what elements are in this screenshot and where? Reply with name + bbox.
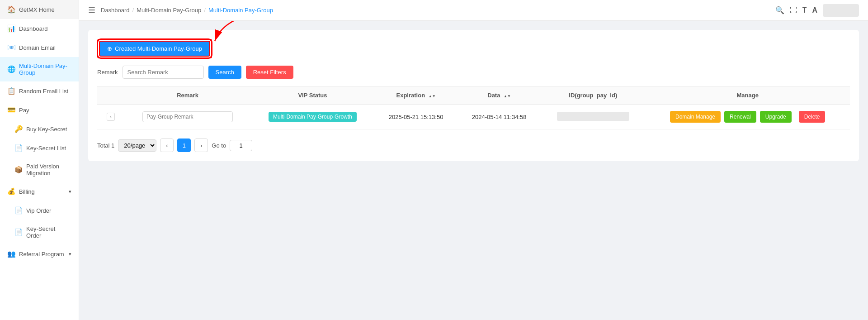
pagination: Total 1 20/page ‹ 1 › Go to (97, 139, 850, 152)
search-button[interactable]: Search (208, 66, 241, 79)
vip-status-badge: Multi-Domain Pay-Group-Growth (269, 112, 357, 122)
breadcrumb-sep-2: / (204, 7, 206, 14)
sidebar-item-key-secret-list[interactable]: 📄 Key-Secret List (0, 139, 79, 158)
sidebar-item-pay[interactable]: 💳 Pay (0, 100, 79, 119)
delete-button[interactable]: Delete (799, 111, 826, 123)
hamburger-icon[interactable]: ☰ (88, 5, 95, 15)
page-1-button[interactable]: 1 (177, 139, 191, 152)
total-info: Total 1 (97, 142, 114, 149)
expand-row-button[interactable]: › (107, 113, 115, 121)
header: ☰ Dashboard / Multi-Domain Pay-Group / M… (79, 0, 868, 21)
content-area: ⊕ Created Multi-Domain Pay-Group Rema (79, 21, 868, 320)
table-header-row: Remark VIP Status Expiration ▲▼ Data ▲▼ … (97, 86, 850, 105)
sidebar-item-getmx-home[interactable]: 🏠 GetMX Home (0, 0, 79, 19)
email-icon: 📧 (7, 43, 15, 52)
remark-input[interactable] (142, 111, 233, 122)
row-manage-cell: Domain Manage Renewal Upgrade Delete (645, 105, 850, 129)
breadcrumb: Dashboard / Multi-Domain Pay-Group / Mul… (101, 7, 273, 14)
referral-icon: 👥 (7, 250, 15, 258)
remark-search-input[interactable] (123, 66, 204, 79)
row-id-cell (541, 105, 645, 129)
col-manage: Manage (645, 86, 850, 105)
billing-icon: 💰 (7, 187, 15, 196)
upgrade-button[interactable]: Upgrade (760, 111, 792, 123)
col-expand (97, 86, 124, 105)
chevron-down-icon-2: ▾ (69, 251, 71, 257)
row-expand-cell: › (97, 105, 124, 129)
globe-icon: 🌐 (7, 65, 15, 73)
main-content: ☰ Dashboard / Multi-Domain Pay-Group / M… (79, 0, 868, 320)
domain-manage-button[interactable]: Domain Manage (670, 111, 721, 123)
col-vip-status: VIP Status (251, 86, 374, 105)
renewal-button[interactable]: Renewal (724, 111, 756, 123)
next-page-button[interactable]: › (194, 139, 208, 152)
sidebar-item-dashboard[interactable]: 📊 Dashboard (0, 19, 79, 38)
remark-label: Remark (97, 69, 118, 76)
row-remark-cell (124, 105, 251, 129)
row-expiration-cell: 2025-05-21 15:13:50 (374, 105, 458, 129)
order-icon: 📄 (14, 206, 23, 215)
accessibility-icon[interactable]: A (812, 6, 817, 14)
breadcrumb-multi-domain[interactable]: Multi-Domain Pay-Group (137, 7, 201, 14)
sidebar-item-vip-order[interactable]: 📄 Vip Order (0, 201, 79, 220)
sidebar-item-key-secret-order[interactable]: 📄 Key-Secret Order (0, 220, 79, 244)
breadcrumb-current: Multi-Domain Pay-Group (208, 7, 273, 14)
col-data: Data ▲▼ (458, 86, 541, 105)
create-wrapper: ⊕ Created Multi-Domain Pay-Group (97, 39, 850, 58)
sidebar-item-multi-domain-pay-group[interactable]: 🌐 Multi-Domain Pay-Group (0, 57, 79, 81)
page-size-select[interactable]: 20/page (118, 139, 156, 152)
header-icons: 🔍 ⛶ T A (775, 4, 859, 17)
create-multi-domain-button[interactable]: ⊕ Created Multi-Domain Pay-Group (99, 41, 210, 57)
breadcrumb-dashboard[interactable]: Dashboard (101, 7, 130, 14)
order2-icon: 📄 (14, 228, 23, 236)
table-row: › Multi-Domain Pay-Group-Growth 2025-05-… (97, 105, 850, 129)
fullscreen-icon[interactable]: ⛶ (790, 6, 797, 14)
search-icon[interactable]: 🔍 (775, 6, 784, 14)
list-icon: 📋 (7, 87, 15, 95)
sort-data-icon[interactable]: ▲▼ (504, 95, 511, 98)
page-card: ⊕ Created Multi-Domain Pay-Group Rema (88, 30, 859, 161)
col-expiration: Expiration ▲▼ (374, 86, 458, 105)
col-id: ID(group_pay_id) (541, 86, 645, 105)
font-icon[interactable]: T (802, 6, 807, 14)
key-icon: 🔑 (14, 125, 23, 133)
home-icon: 🏠 (7, 5, 15, 14)
breadcrumb-sep-1: / (132, 7, 134, 14)
sidebar-item-paid-version-migration[interactable]: 📦 Paid Version Migration (0, 158, 79, 182)
goto-label: Go to (212, 142, 226, 149)
id-masked-value (557, 112, 629, 121)
goto-input[interactable] (230, 140, 252, 151)
plus-icon: ⊕ (107, 45, 112, 52)
filter-bar: Remark Search Reset Filters (97, 66, 850, 79)
avatar[interactable] (823, 4, 859, 17)
dashboard-icon: 📊 (7, 24, 15, 33)
sidebar-item-buy-key-secret[interactable]: 🔑 Buy Key-Secret (0, 119, 79, 139)
sort-expiration-icon[interactable]: ▲▼ (429, 95, 436, 98)
sidebar-item-billing[interactable]: 💰 Billing ▾ (0, 182, 79, 201)
data-table: Remark VIP Status Expiration ▲▼ Data ▲▼ … (97, 86, 850, 129)
prev-page-button[interactable]: ‹ (160, 139, 174, 152)
box-icon: 📦 (14, 166, 23, 174)
sidebar-item-referral-program[interactable]: 👥 Referral Program ▾ (0, 244, 79, 263)
manage-buttons: Domain Manage Renewal Upgrade Delete (652, 111, 843, 123)
row-vip-status-cell: Multi-Domain Pay-Group-Growth (251, 105, 374, 129)
chevron-down-icon: ▾ (69, 189, 71, 195)
sidebar: 🏠 GetMX Home 📊 Dashboard 📧 Domain Email … (0, 0, 79, 320)
file-icon: 📄 (14, 144, 23, 152)
create-button-highlight: ⊕ Created Multi-Domain Pay-Group (97, 39, 212, 58)
row-data-cell: 2024-05-14 11:34:58 (458, 105, 541, 129)
sidebar-item-domain-email[interactable]: 📧 Domain Email (0, 38, 79, 57)
pay-icon: 💳 (7, 106, 15, 114)
col-remark: Remark (124, 86, 251, 105)
sidebar-item-random-email-list[interactable]: 📋 Random Email List (0, 81, 79, 100)
reset-filters-button[interactable]: Reset Filters (246, 66, 293, 79)
